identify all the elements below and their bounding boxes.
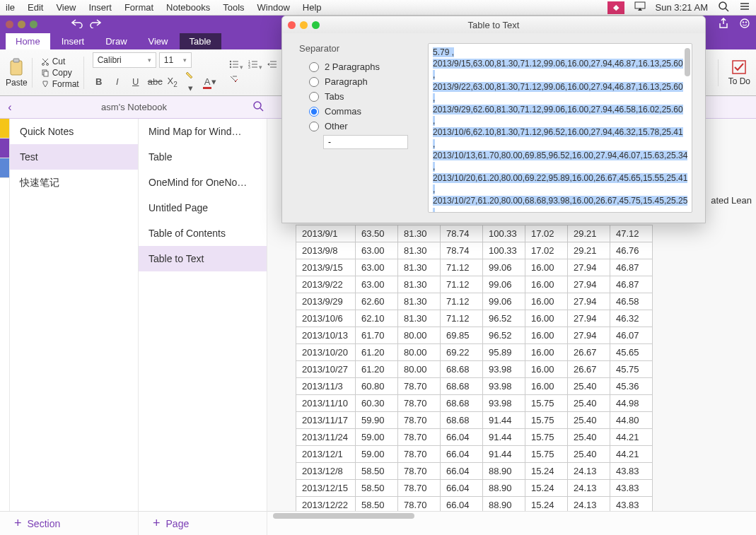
table-cell[interactable]: 69.22 <box>441 344 483 361</box>
page-item[interactable]: Table <box>139 144 267 170</box>
table-cell[interactable]: 25.40 <box>568 429 610 446</box>
table-cell[interactable]: 63.50 <box>356 225 398 242</box>
table-cell[interactable]: 16.00 <box>525 378 568 395</box>
italic-button[interactable]: I <box>111 76 124 87</box>
table-cell[interactable]: 44.21 <box>610 446 653 463</box>
section-item[interactable]: 快速笔记 <box>10 170 138 196</box>
separator-option-tabs[interactable]: Tabs <box>299 89 419 104</box>
table-cell[interactable]: 27.94 <box>568 259 610 276</box>
search-button[interactable] <box>248 100 268 114</box>
bullets-button[interactable]: ▾ <box>228 59 243 71</box>
menu-tools[interactable]: Tools <box>223 2 244 13</box>
minimize-window-icon[interactable] <box>18 20 25 28</box>
table-cell[interactable]: 71.12 <box>441 310 483 327</box>
table-cell[interactable]: 45.36 <box>610 378 653 395</box>
table-cell[interactable]: 16.00 <box>525 276 568 293</box>
table-cell[interactable]: 88.90 <box>483 463 525 480</box>
spotlight-icon[interactable] <box>718 1 729 14</box>
horizontal-scrollbar[interactable] <box>273 513 414 519</box>
table-cell[interactable]: 93.98 <box>483 378 525 395</box>
menu-help[interactable]: Help <box>303 2 322 13</box>
table-cell[interactable]: 15.75 <box>525 395 568 412</box>
table-cell[interactable]: 66.04 <box>441 446 483 463</box>
table-cell[interactable]: 93.98 <box>483 395 525 412</box>
table-cell[interactable]: 68.68 <box>441 395 483 412</box>
menu-format[interactable]: Format <box>124 2 153 13</box>
dialog-minimize-icon[interactable] <box>300 21 308 29</box>
tab-insert[interactable]: Insert <box>52 33 95 49</box>
table-cell[interactable]: 62.10 <box>356 310 398 327</box>
dialog-titlebar[interactable]: Table to Text <box>282 16 705 33</box>
table-cell[interactable]: 15.75 <box>525 446 568 463</box>
separator-option-paragraph[interactable]: Paragraph <box>299 74 419 89</box>
subscript-button[interactable]: X2 <box>166 76 179 88</box>
table-cell[interactable]: 2013/10/27 <box>296 361 356 378</box>
table-cell[interactable]: 66.04 <box>441 497 483 512</box>
section-tab-3[interactable] <box>0 158 9 178</box>
table-cell[interactable]: 15.75 <box>525 429 568 446</box>
table-cell[interactable]: 100.33 <box>483 225 525 242</box>
tab-view[interactable]: View <box>139 33 178 49</box>
table-cell[interactable]: 46.76 <box>610 242 653 259</box>
table-cell[interactable]: 26.67 <box>568 344 610 361</box>
cut-button[interactable]: Cut <box>41 57 79 66</box>
add-page-button[interactable]: +Page <box>139 512 267 535</box>
section-item[interactable]: Quick Notes <box>10 119 138 144</box>
table-cell[interactable]: 68.68 <box>441 412 483 429</box>
table-cell[interactable]: 27.94 <box>568 276 610 293</box>
table-cell[interactable]: 63.00 <box>356 259 398 276</box>
table-cell[interactable]: 16.00 <box>525 293 568 310</box>
section-tab-2[interactable] <box>0 139 9 158</box>
table-cell[interactable]: 16.00 <box>525 310 568 327</box>
table-cell[interactable]: 81.30 <box>398 225 441 242</box>
table-cell[interactable]: 68.68 <box>441 361 483 378</box>
table-cell[interactable]: 25.40 <box>568 395 610 412</box>
table-cell[interactable]: 2013/9/22 <box>296 276 356 293</box>
table-cell[interactable]: 78.70 <box>398 463 441 480</box>
table-cell[interactable]: 46.58 <box>610 293 653 310</box>
table-cell[interactable]: 78.70 <box>398 395 441 412</box>
menu-notebooks[interactable]: Notebooks <box>166 2 210 13</box>
table-cell[interactable]: 24.13 <box>568 497 610 512</box>
table-cell[interactable]: 2013/11/17 <box>296 412 356 429</box>
table-cell[interactable]: 69.85 <box>441 327 483 344</box>
table-cell[interactable]: 81.30 <box>398 310 441 327</box>
strikethrough-button[interactable]: abc <box>148 76 161 87</box>
table-cell[interactable]: 2013/9/8 <box>296 242 356 259</box>
redo-button[interactable] <box>90 18 101 30</box>
preview-pane[interactable]: 5.79 ,2013/9/15,63.00,81.30,71.12,99.06,… <box>428 43 692 213</box>
numbering-button[interactable]: 123▾ <box>248 59 262 71</box>
table-cell[interactable]: 43.83 <box>610 497 653 512</box>
bold-button[interactable]: B <box>93 76 105 87</box>
table-cell[interactable]: 58.50 <box>356 497 398 512</box>
table-cell[interactable]: 91.44 <box>483 429 525 446</box>
tab-table[interactable]: Table <box>180 33 221 49</box>
table-cell[interactable]: 17.02 <box>525 242 568 259</box>
tab-home[interactable]: Home <box>6 33 50 49</box>
copy-button[interactable]: Copy <box>41 68 79 78</box>
page-item[interactable]: Table of Contents <box>139 221 267 246</box>
table-cell[interactable]: 2013/12/8 <box>296 463 356 480</box>
add-section-button[interactable]: +Section <box>0 512 139 535</box>
table-cell[interactable]: 78.70 <box>398 446 441 463</box>
table-cell[interactable]: 80.00 <box>398 344 441 361</box>
table-cell[interactable]: 2013/9/29 <box>296 293 356 310</box>
zoom-window-icon[interactable] <box>30 20 37 28</box>
format-painter-button[interactable]: Format <box>41 79 79 89</box>
table-cell[interactable]: 71.12 <box>441 259 483 276</box>
table-cell[interactable]: 46.07 <box>610 327 653 344</box>
page-item[interactable]: Table to Text <box>139 246 267 271</box>
section-item[interactable]: Test <box>10 144 138 170</box>
table-cell[interactable]: 60.30 <box>356 395 398 412</box>
table-cell[interactable]: 68.68 <box>441 378 483 395</box>
table-cell[interactable]: 66.04 <box>441 463 483 480</box>
undo-button[interactable] <box>71 18 83 30</box>
table-cell[interactable]: 96.52 <box>483 310 525 327</box>
table-cell[interactable]: 59.90 <box>356 412 398 429</box>
page-item[interactable]: Untitled Page <box>139 195 267 221</box>
table-cell[interactable]: 80.00 <box>398 361 441 378</box>
page-item[interactable]: Mind Map for Wind… <box>139 119 267 144</box>
table-cell[interactable]: 2013/11/10 <box>296 395 356 412</box>
table-cell[interactable]: 81.30 <box>398 259 441 276</box>
table-cell[interactable]: 15.24 <box>525 480 568 497</box>
